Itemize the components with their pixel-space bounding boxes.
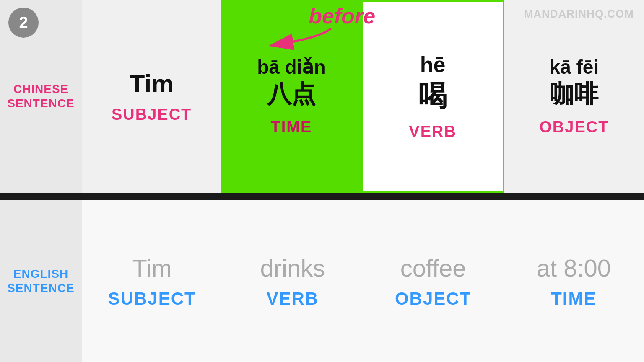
en-subject-cell: Tim SUBJECT [82, 200, 222, 362]
en-object-cell: coffee OBJECT [363, 200, 504, 362]
object-cell: kā fēi 咖啡 OBJECT [504, 0, 644, 193]
chinese-cells: Tim SUBJECT bā diǎn 八点 TIME hē 喝 VERB kā… [82, 0, 644, 193]
verb-hanzi: 喝 [418, 77, 447, 115]
english-sentence-section: ENGLISHSENTENCE Tim SUBJECT drinks VERB … [0, 200, 644, 362]
section-divider [0, 193, 644, 200]
en-verb-role: VERB [267, 289, 319, 309]
verb-role: VERB [409, 123, 457, 141]
time-cell: bā diǎn 八点 TIME [221, 0, 361, 193]
verb-pinyin: hē [420, 52, 446, 77]
object-pinyin: kā fēi [550, 57, 599, 78]
english-label-text: ENGLISHSENTENCE [7, 267, 74, 295]
subject-pinyin: Tim [130, 69, 174, 98]
en-verb-word: drinks [260, 254, 325, 282]
en-subject-word: Tim [132, 254, 171, 282]
verb-cell: hē 喝 VERB [361, 0, 504, 193]
en-verb-cell: drinks VERB [222, 200, 363, 362]
object-role: OBJECT [539, 118, 609, 136]
subject-role: SUBJECT [112, 106, 192, 124]
step-badge: 2 [8, 8, 39, 38]
en-object-role: OBJECT [395, 289, 471, 309]
chinese-sentence-section: before CHINESESENTENCE Tim SUBJECT [0, 0, 644, 193]
subject-cell: Tim SUBJECT [82, 0, 221, 193]
english-sentence-label: ENGLISHSENTENCE [0, 200, 82, 362]
time-hanzi: 八点 [267, 78, 316, 111]
en-object-word: coffee [400, 254, 466, 282]
watermark: MANDARINHQ.COM [524, 8, 634, 21]
en-time-word: at 8:00 [537, 254, 611, 282]
time-pinyin: bā diǎn [257, 57, 325, 78]
en-time-cell: at 8:00 TIME [504, 200, 644, 362]
badge-number: 2 [19, 14, 28, 32]
en-subject-role: SUBJECT [108, 289, 196, 309]
object-hanzi: 咖啡 [550, 78, 598, 111]
time-role: TIME [270, 118, 312, 136]
english-cells: Tim SUBJECT drinks VERB coffee OBJECT at… [82, 200, 644, 362]
chinese-label-text: CHINESESENTENCE [7, 82, 74, 110]
en-time-role: TIME [551, 289, 596, 309]
